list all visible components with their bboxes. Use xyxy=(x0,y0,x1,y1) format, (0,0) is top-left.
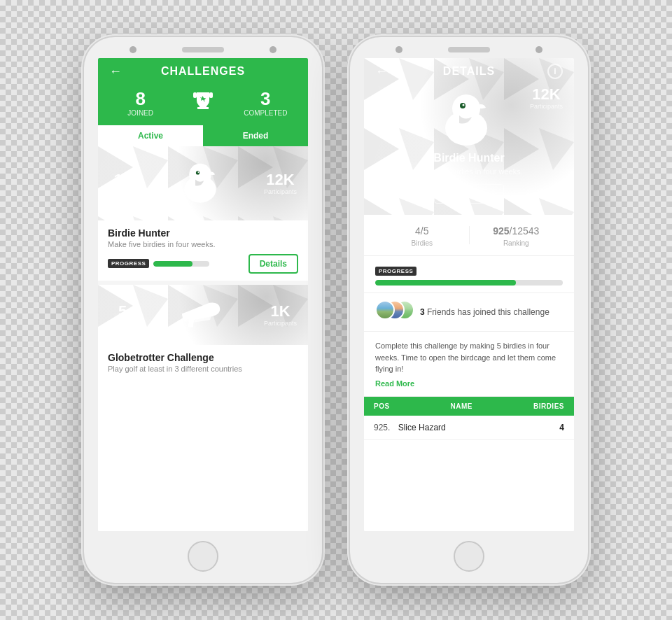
challenges-tabs: Active Ended xyxy=(98,125,308,146)
birdie-progress-section: PROGRESS xyxy=(108,259,209,268)
birdie-participants-label: Participants xyxy=(264,188,297,195)
challenges-title: CHALLENGES xyxy=(161,65,245,78)
details-challenge-name: Birdie Hunter xyxy=(375,152,563,164)
details-challenge-desc: Make five birdies in four weeks. xyxy=(375,167,563,176)
birdie-progress-row: PROGRESS Details xyxy=(108,254,298,274)
stat-joined: 8 Joined xyxy=(109,89,172,117)
svg-point-11 xyxy=(468,102,477,109)
phone2-home-button[interactable] xyxy=(454,541,484,572)
leaderboard: POS NAME BIRDIES 925. Slice Hazard 4 xyxy=(364,397,574,440)
details-days-number: 17 xyxy=(375,86,402,103)
lb-row-score: 4 xyxy=(559,423,564,432)
details-days-left: 17 Days left xyxy=(375,86,402,110)
globetrotter-header: 5 Days left 1K Participan xyxy=(98,285,308,345)
birdie-participants: 12K Participants xyxy=(264,171,297,195)
lb-col-birdies: BIRDIES xyxy=(533,402,564,410)
tab-ended[interactable]: Ended xyxy=(203,125,308,146)
phone-top-bar xyxy=(84,37,322,58)
details-progress-section: PROGRESS xyxy=(364,256,574,293)
completed-label: Completed xyxy=(234,109,297,117)
lb-row-pos: 925. Slice Hazard xyxy=(374,423,446,432)
stat-completed: 3 Completed xyxy=(234,89,297,117)
svg-point-6 xyxy=(201,170,209,175)
globetrotter-participants-label: Participants xyxy=(264,320,297,327)
info-icon[interactable]: i xyxy=(547,64,563,79)
phone2-bottom-bar xyxy=(350,531,588,583)
joined-label: Joined xyxy=(109,109,172,117)
ranking-score: 925/12543 xyxy=(470,223,564,238)
plane-icon xyxy=(176,296,225,334)
svg-point-7 xyxy=(195,171,199,174)
challenge-card-globetrotter: 5 Days left 1K Participan xyxy=(98,285,308,386)
lb-col-name: NAME xyxy=(451,402,472,410)
details-progress-bar-fill xyxy=(375,280,516,286)
challenges-list: 17 Days left xyxy=(98,146,308,531)
friends-section: 3 Friends has joined this challenge xyxy=(364,293,574,332)
birdie-days-label: Days left xyxy=(109,188,136,195)
details-back-button[interactable]: ← xyxy=(375,64,388,79)
phone2-top-bar xyxy=(350,37,588,58)
details-duck-icon xyxy=(435,86,498,152)
svg-point-10 xyxy=(452,94,480,122)
phone2-camera-right-icon xyxy=(536,46,542,53)
details-body: 4/5 Birdies 925/12543 Ranking PROGRESS xyxy=(364,215,574,531)
phone2-speaker-icon xyxy=(448,47,490,52)
progress-label: PROGRESS xyxy=(108,259,149,268)
home-button[interactable] xyxy=(188,541,218,572)
back-button[interactable]: ← xyxy=(109,64,122,79)
details-scores: 4/5 Birdies 925/12543 Ranking xyxy=(364,215,574,256)
globetrotter-desc: Play golf at least in 3 different countr… xyxy=(108,365,298,373)
phone-details: ← DETAILS i 17 Days left xyxy=(350,37,588,583)
progress-bar-fill xyxy=(153,261,192,267)
joined-number: 8 xyxy=(109,89,172,109)
lb-col-pos: POS xyxy=(374,402,390,410)
ranking-label: Ranking xyxy=(470,239,564,247)
birdie-hunter-stats-row: 17 Days left xyxy=(109,157,297,209)
svg-point-8 xyxy=(197,171,199,173)
globetrotter-days-label: Days left xyxy=(109,320,136,327)
svg-rect-3 xyxy=(209,92,213,98)
leaderboard-header: POS NAME BIRDIES xyxy=(364,397,574,416)
birdie-participants-number: 12K xyxy=(264,171,297,188)
globetrotter-participants-number: 1K xyxy=(264,303,297,320)
details-progress-bar-bg xyxy=(375,280,563,286)
speaker-icon xyxy=(182,47,224,52)
challenges-title-row: ← CHALLENGES xyxy=(109,65,297,78)
details-days-label: Days left xyxy=(375,103,402,110)
birdie-duck-icon xyxy=(176,157,225,209)
stat-trophy xyxy=(172,90,234,116)
joined-button[interactable]: Joined xyxy=(434,184,504,204)
description-section: Complete this challenge by making 5 bird… xyxy=(364,332,574,397)
leaderboard-row: 925. Slice Hazard 4 xyxy=(364,416,574,440)
details-stats-row: 17 Days left 12K xyxy=(375,86,563,152)
birdies-label: Birdies xyxy=(375,239,469,247)
completed-number: 3 xyxy=(234,89,297,109)
challenges-screen: ← CHALLENGES 8 Joined xyxy=(98,58,308,531)
birdie-days-number: 17 xyxy=(109,171,136,188)
phone-bottom-bar xyxy=(84,531,322,583)
globetrotter-name: Globetrotter Challenge xyxy=(108,352,298,363)
score-ranking: 925/12543 Ranking xyxy=(470,223,564,247)
camera-right-icon xyxy=(270,46,276,53)
friends-avatars xyxy=(375,300,413,324)
birdies-score: 4/5 xyxy=(375,223,469,238)
globetrotter-days-number: 5 xyxy=(109,303,136,320)
trophy-icon xyxy=(172,90,234,116)
score-birdies: 4/5 Birdies xyxy=(375,223,469,247)
friends-text: 3 Friends has joined this challenge xyxy=(420,307,550,317)
challenges-header: ← CHALLENGES 8 Joined xyxy=(98,58,308,125)
svg-rect-1 xyxy=(197,107,209,109)
challenge-card-birdie-hunter: 17 Days left xyxy=(98,146,308,281)
phone2-front-camera-icon xyxy=(396,46,402,53)
birdie-hunter-header: 17 Days left xyxy=(98,146,308,220)
progress-bar-bg xyxy=(153,261,209,267)
read-more-button[interactable]: Read More xyxy=(375,379,563,388)
birdie-days-left: 17 Days left xyxy=(109,171,136,195)
details-title-row: ← DETAILS i xyxy=(375,65,563,78)
details-participants-number: 12K xyxy=(530,86,563,103)
details-button[interactable]: Details xyxy=(248,254,298,274)
tab-active[interactable]: Active xyxy=(98,125,203,146)
front-camera-icon xyxy=(130,46,136,53)
details-participants-label: Participants xyxy=(530,103,563,110)
svg-point-13 xyxy=(462,104,464,106)
